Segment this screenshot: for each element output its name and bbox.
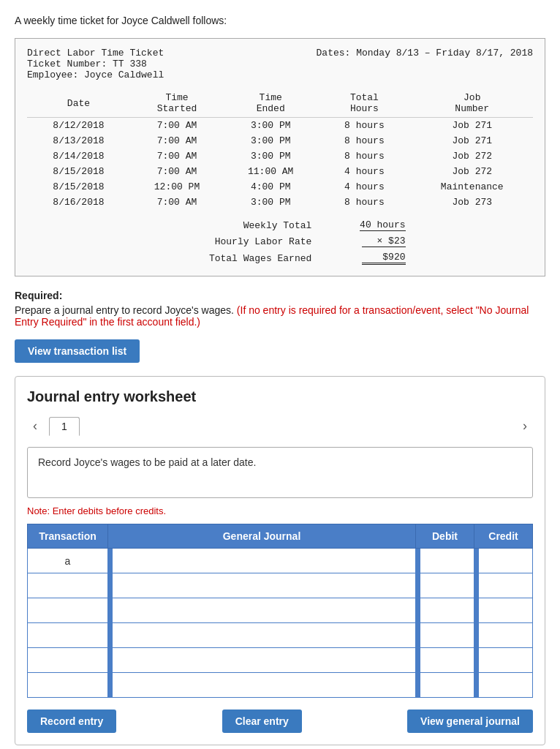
general-journal-input[interactable] xyxy=(113,648,415,672)
journal-table: Transaction General Journal Debit Credit… xyxy=(27,524,533,698)
journal-cell-transaction: a xyxy=(28,549,108,573)
instruction-text: Prepare a journal entry to record Joyce'… xyxy=(15,304,545,328)
header-credit: Credit xyxy=(474,524,533,549)
intro-text: A weekly time ticket for Joyce Caldwell … xyxy=(15,15,545,26)
header-general-journal: General Journal xyxy=(108,524,416,549)
ticket-cell-date: 8/16/2018 xyxy=(27,195,130,210)
ticket-data-row: 8/15/2018 7:00 AM 11:00 AM 4 hours Job 2… xyxy=(27,164,533,179)
col-date: Date xyxy=(27,89,130,118)
journal-cell-general[interactable] xyxy=(108,673,416,698)
action-buttons-row: Record entry Clear entry View general jo… xyxy=(27,710,533,733)
ticket-cell-started: 7:00 AM xyxy=(130,133,224,148)
debit-input[interactable] xyxy=(420,549,474,573)
journal-cell-credit[interactable] xyxy=(474,598,533,623)
journal-cell-transaction xyxy=(28,673,108,698)
col-time-ended: TimeEnded xyxy=(224,89,317,118)
general-journal-input[interactable] xyxy=(113,549,415,573)
journal-row xyxy=(28,598,533,623)
journal-cell-transaction xyxy=(28,573,108,598)
record-entry-button[interactable]: Record entry xyxy=(27,710,116,733)
ticket-cell-job: Job 271 xyxy=(412,133,534,148)
debit-input[interactable] xyxy=(420,648,474,672)
journal-cell-debit[interactable] xyxy=(416,598,474,623)
ticket-cell-date: 8/12/2018 xyxy=(27,118,130,134)
debit-input[interactable] xyxy=(420,598,474,622)
journal-cell-debit[interactable] xyxy=(416,573,474,598)
ticket-line3: Employee: Joyce Caldwell xyxy=(27,69,164,80)
ticket-cell-started: 12:00 PM xyxy=(130,179,224,195)
ticket-line2: Ticket Number: TT 338 xyxy=(27,59,164,69)
journal-cell-debit[interactable] xyxy=(416,648,474,673)
header-debit: Debit xyxy=(416,524,474,549)
credit-input[interactable] xyxy=(479,673,532,697)
credit-input[interactable] xyxy=(479,648,532,672)
journal-row xyxy=(28,573,533,598)
ticket-cell-hours: 8 hours xyxy=(317,148,411,164)
description-box: Record Joyce's wages to be paid at a lat… xyxy=(27,447,533,498)
ticket-cell-hours: 8 hours xyxy=(317,195,411,210)
journal-cell-debit[interactable] xyxy=(416,623,474,648)
ticket-cell-started: 7:00 AM xyxy=(130,164,224,179)
col-time-started: TimeStarted xyxy=(130,89,224,118)
journal-cell-general[interactable] xyxy=(108,648,416,673)
journal-cell-credit[interactable] xyxy=(474,623,533,648)
ticket-cell-hours: 4 hours xyxy=(317,179,411,195)
journal-cell-credit[interactable] xyxy=(474,648,533,673)
ticket-cell-job: Job 271 xyxy=(412,118,534,134)
journal-cell-debit[interactable] xyxy=(416,673,474,698)
ticket-cell-ended: 3:00 PM xyxy=(224,195,317,210)
credit-input[interactable] xyxy=(479,573,532,598)
ticket-data-row: 8/16/2018 7:00 AM 3:00 PM 8 hours Job 27… xyxy=(27,195,533,210)
ticket-data-row: 8/12/2018 7:00 AM 3:00 PM 8 hours Job 27… xyxy=(27,118,533,134)
view-transaction-button[interactable]: View transaction list xyxy=(15,339,140,363)
weekly-total-value: 40 hours xyxy=(317,217,411,233)
debit-input[interactable] xyxy=(420,623,474,647)
journal-cell-credit[interactable] xyxy=(474,549,533,573)
hourly-rate-value: × $23 xyxy=(317,233,411,249)
general-journal-input[interactable] xyxy=(113,623,415,647)
general-journal-input[interactable] xyxy=(113,598,415,622)
general-journal-input[interactable] xyxy=(113,573,415,598)
tab-nav: ‹ 1 › xyxy=(27,415,533,437)
journal-cell-credit[interactable] xyxy=(474,673,533,698)
ticket-cell-hours: 4 hours xyxy=(317,164,411,179)
journal-row: a xyxy=(28,549,533,573)
header-transaction: Transaction xyxy=(28,524,108,549)
worksheet-title: Journal entry worksheet xyxy=(27,388,533,405)
journal-cell-debit[interactable] xyxy=(416,549,474,573)
journal-cell-general[interactable] xyxy=(108,623,416,648)
ticket-cell-started: 7:00 AM xyxy=(130,195,224,210)
total-wages-row: Total Wages Earned $920 xyxy=(27,249,533,267)
ticket-cell-ended: 3:00 PM xyxy=(224,118,317,134)
journal-row xyxy=(28,673,533,698)
credit-input[interactable] xyxy=(479,598,532,622)
ticket-table: Date TimeStarted TimeEnded TotalHours Jo… xyxy=(27,89,533,267)
view-transaction-section: View transaction list xyxy=(15,339,545,363)
journal-cell-transaction xyxy=(28,648,108,673)
total-wages-value: $920 xyxy=(317,249,411,267)
next-tab-button[interactable]: › xyxy=(517,415,533,437)
clear-entry-button[interactable]: Clear entry xyxy=(222,710,302,733)
journal-cell-general[interactable] xyxy=(108,573,416,598)
ticket-data-row: 8/13/2018 7:00 AM 3:00 PM 8 hours Job 27… xyxy=(27,133,533,148)
journal-cell-credit[interactable] xyxy=(474,573,533,598)
general-journal-input[interactable] xyxy=(113,673,415,697)
journal-cell-general[interactable] xyxy=(108,549,416,573)
debit-input[interactable] xyxy=(420,573,474,598)
prev-tab-button[interactable]: ‹ xyxy=(27,415,43,437)
ticket-cell-hours: 8 hours xyxy=(317,133,411,148)
tab-1[interactable]: 1 xyxy=(49,417,80,436)
worksheet-container: Journal entry worksheet ‹ 1 › Record Joy… xyxy=(15,376,545,745)
credit-input[interactable] xyxy=(479,549,532,573)
ticket-cell-job: Maintenance xyxy=(412,179,534,195)
view-general-journal-button[interactable]: View general journal xyxy=(407,710,533,733)
ticket-cell-date: 8/14/2018 xyxy=(27,148,130,164)
ticket-cell-ended: 3:00 PM xyxy=(224,133,317,148)
ticket-cell-job: Job 273 xyxy=(412,195,534,210)
hourly-rate-row: Hourly Labor Rate × $23 xyxy=(27,233,533,249)
ticket-cell-date: 8/15/2018 xyxy=(27,179,130,195)
credit-input[interactable] xyxy=(479,623,532,647)
debit-input[interactable] xyxy=(420,673,474,697)
journal-cell-general[interactable] xyxy=(108,598,416,623)
col-job-number: JobNumber xyxy=(412,89,534,118)
